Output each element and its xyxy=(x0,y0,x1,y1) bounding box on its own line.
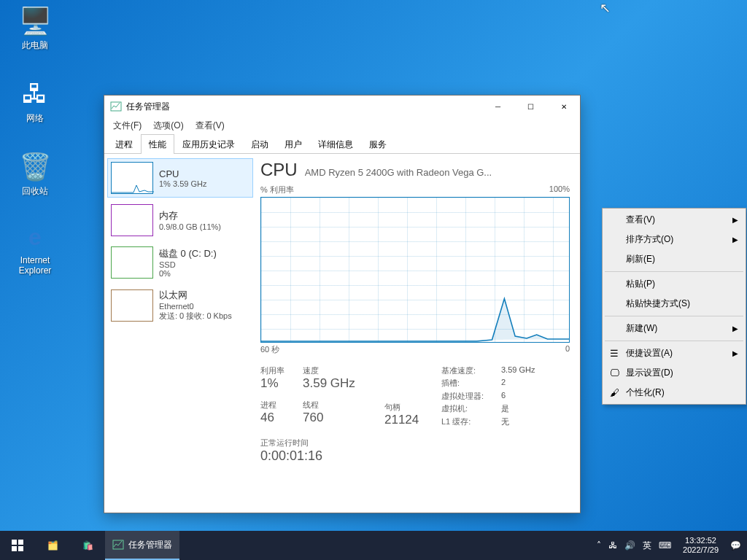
tab-processes[interactable]: 进程 xyxy=(107,134,141,154)
separator xyxy=(605,316,743,316)
sock-value: 2 xyxy=(501,378,535,389)
system-tray: ˄ 🖧 🔊 英 ⌨ 13:32:52 2022/7/29 💬 xyxy=(591,536,747,555)
side-eth-sub2: 发送: 0 接收: 0 Kbps xyxy=(159,311,232,322)
desktop-icon-recycle[interactable]: 🗑️ 回收站 xyxy=(9,152,61,198)
explorer-button[interactable]: 🗂️ xyxy=(35,531,70,560)
speed-value: 3.59 GHz xyxy=(303,376,384,391)
clock[interactable]: 13:32:52 2022/7/29 xyxy=(678,536,723,555)
cpu-model: AMD Ryzen 5 2400G with Radeon Vega G... xyxy=(305,167,570,178)
sock-label: 插槽: xyxy=(441,378,492,389)
menu-view[interactable]: 查看(V) xyxy=(190,118,231,133)
virt-value: 是 xyxy=(501,403,535,414)
store-button[interactable]: 🛍️ xyxy=(70,531,105,560)
close-button[interactable]: ✕ xyxy=(547,96,580,117)
maximize-button[interactable]: ☐ xyxy=(514,96,547,117)
recycle-icon: 🗑️ xyxy=(20,152,50,182)
network-icon: 🖧 xyxy=(20,79,50,109)
ctx-view[interactable]: 查看(V)▶ xyxy=(604,210,744,230)
menubar: 文件(F) 选项(O) 查看(V) xyxy=(104,117,580,133)
ie-icon: e xyxy=(20,222,50,252)
tab-details[interactable]: 详细信息 xyxy=(310,134,361,154)
desktop-icon-network[interactable]: 🖧 网络 xyxy=(9,79,61,125)
personalize-icon: 🖌 xyxy=(608,387,620,399)
mem-thumb xyxy=(111,204,153,236)
stats: 利用率 1% 进程 46 速度 3.59 GHz 线程 xyxy=(260,365,570,427)
pc-icon: 🖥️ xyxy=(20,6,50,36)
side-ethernet[interactable]: 以太网 Ethernet0 发送: 0 接收: 0 Kbps xyxy=(107,285,253,325)
menu-options[interactable]: 选项(O) xyxy=(147,118,189,133)
ctx-paste[interactable]: 粘贴(P) xyxy=(604,274,744,294)
start-button[interactable] xyxy=(0,531,35,560)
desktop-icon-label: 此电脑 xyxy=(9,39,61,52)
desktop-icon-label: 网络 xyxy=(9,112,61,125)
side-disk-name: 磁盘 0 (C: D:) xyxy=(159,247,217,260)
side-eth-name: 以太网 xyxy=(159,289,232,302)
display-icon: 🖵 xyxy=(608,368,620,379)
titlebar[interactable]: 任务管理器 ─ ☐ ✕ xyxy=(104,96,580,117)
ctx-refresh[interactable]: 刷新(E) xyxy=(604,249,744,269)
svg-rect-2 xyxy=(18,540,23,545)
disk-thumb xyxy=(111,246,153,279)
chevron-right-icon: ▶ xyxy=(732,236,738,244)
side-disk[interactable]: 磁盘 0 (C: D:) SSD 0% xyxy=(107,243,253,282)
handles-label: 句柄 xyxy=(384,402,441,413)
ctx-sort[interactable]: 排序方式(O)▶ xyxy=(604,230,744,249)
chevron-right-icon: ▶ xyxy=(732,349,738,357)
separator xyxy=(605,341,743,341)
proc-value: 46 xyxy=(260,411,303,425)
side-eth-sub1: Ethernet0 xyxy=(159,302,232,311)
clock-time: 13:32:52 xyxy=(685,536,716,545)
ctx-personalize[interactable]: 🖌个性化(R) xyxy=(604,383,744,402)
side-mem-name: 内存 xyxy=(159,209,221,222)
tab-performance[interactable]: 性能 xyxy=(141,134,174,154)
side-memory[interactable]: 内存 0.9/8.0 GB (11%) xyxy=(107,201,253,240)
menu-file[interactable]: 文件(F) xyxy=(107,118,147,133)
notifications-icon[interactable]: 💬 xyxy=(730,540,741,551)
tab-startup[interactable]: 启动 xyxy=(243,134,276,154)
side-cpu[interactable]: CPU 1% 3.59 GHz xyxy=(107,158,253,198)
content: CPU 1% 3.59 GHz 内存 0.9/8.0 GB (11%) 磁盘 0… xyxy=(104,154,580,513)
tab-apphistory[interactable]: 应用历史记录 xyxy=(174,134,243,154)
chart-label-br: 0 xyxy=(565,344,570,355)
volume-tray-icon[interactable]: 🔊 xyxy=(624,540,635,551)
network-tray-icon[interactable]: 🖧 xyxy=(608,540,617,551)
taskbar-item-taskmgr[interactable]: 任务管理器 xyxy=(105,531,179,560)
chevron-right-icon: ▶ xyxy=(732,324,738,332)
cpu-thumb xyxy=(111,162,153,194)
minimize-button[interactable]: ─ xyxy=(481,96,514,117)
threads-value: 760 xyxy=(303,411,323,425)
logi-label: 虚拟处理器: xyxy=(441,391,492,402)
desktop-icon-ie[interactable]: e Internet Explorer xyxy=(9,222,61,276)
ctx-easy-settings[interactable]: ☰便捷设置(A)▶ xyxy=(604,343,744,363)
chart-label-tl: % 利用率 xyxy=(260,184,294,195)
chart-label-tr: 100% xyxy=(549,184,570,195)
ctx-new[interactable]: 新建(W)▶ xyxy=(604,319,744,338)
taskmgr-icon xyxy=(112,539,124,551)
main-panel: CPU AMD Ryzen 5 2400G with Radeon Vega G… xyxy=(256,154,580,513)
window-title: 任务管理器 xyxy=(126,101,481,113)
side-cpu-name: CPU xyxy=(159,168,206,179)
tab-users[interactable]: 用户 xyxy=(276,134,310,154)
proc-label: 进程 xyxy=(260,400,303,411)
side-mem-sub: 0.9/8.0 GB (11%) xyxy=(159,222,221,231)
tray-chevron-icon[interactable]: ˄ xyxy=(597,540,601,551)
separator xyxy=(605,271,743,272)
main-heading: CPU xyxy=(260,160,298,180)
ime-indicator[interactable]: 英 xyxy=(643,540,651,552)
logi-value: 6 xyxy=(501,391,535,402)
ctx-display-settings[interactable]: 🖵显示设置(D) xyxy=(604,363,744,383)
tab-services[interactable]: 服务 xyxy=(361,134,395,154)
desktop-icon-pc[interactable]: 🖥️ 此电脑 xyxy=(9,6,61,52)
settings-icon: ☰ xyxy=(608,348,620,359)
side-panel: CPU 1% 3.59 GHz 内存 0.9/8.0 GB (11%) 磁盘 0… xyxy=(104,154,256,513)
desktop-icon-label: 回收站 xyxy=(9,185,61,198)
side-cpu-sub: 1% 3.59 GHz xyxy=(159,179,206,188)
handles-value: 21124 xyxy=(384,413,441,427)
base-label: 基准速度: xyxy=(441,365,492,376)
base-value: 3.59 GHz xyxy=(501,365,535,376)
cpu-chart xyxy=(260,197,570,343)
ime-mode-icon[interactable]: ⌨ xyxy=(659,540,671,551)
clock-date: 2022/7/29 xyxy=(683,545,719,555)
ctx-paste-shortcut[interactable]: 粘贴快捷方式(S) xyxy=(604,294,744,314)
eth-thumb xyxy=(111,289,153,322)
